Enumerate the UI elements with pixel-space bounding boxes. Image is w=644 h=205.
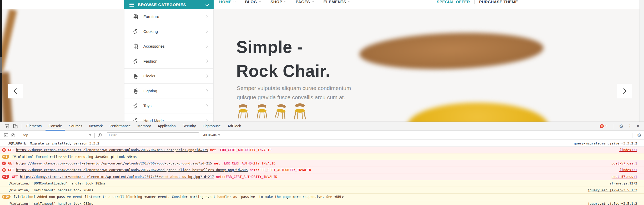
nav-label: SHOP [270,0,282,4]
message-count-badge[interactable]: 2 [2,175,9,179]
category-item-hand-made[interactable]: Hand Made [124,113,213,122]
console-sidebar-icon[interactable] [3,132,9,138]
chair-thumbnail-3[interactable] [274,104,288,119]
console-source-link[interactable]: (index):1 [614,168,644,172]
console-message: [Violation] Forced reflow while executin… [12,155,137,159]
console-url-link[interactable]: https://dummy.xtemos.com/woodmart-elemen… [20,175,214,179]
console-message-text: net::ERR_CERT_AUTHORITY_INVALID [208,148,271,152]
chevron-right-icon [205,45,208,48]
left-scrollbar[interactable] [0,0,2,122]
tab-adblock[interactable]: AdBlock [224,122,244,131]
chair-thumbnail-2[interactable] [255,104,269,119]
console-source-link[interactable]: (index):1 [614,148,644,152]
knife-block-icon [132,102,139,109]
console-message-text: JQMIGRATE: Migrate is installed, version… [8,141,99,145]
knife-block-icon [132,58,139,64]
tab-application[interactable]: Application [154,122,179,131]
category-item-cooking[interactable]: Cooking [124,24,213,39]
chevron-down-icon [284,0,286,2]
error-icon: ✕ [2,168,6,172]
message-count-badge[interactable]: 20 [2,195,11,199]
divider [18,133,18,138]
console-message: GET https://dummy.xtemos.com/woodmart-el… [8,161,275,165]
nav-item-home[interactable]: HOME [219,0,235,4]
header-link-special-offer[interactable]: SPECIAL OFFER [437,0,470,4]
tab-network[interactable]: Network [86,122,106,131]
chair-thumbnails [236,104,307,119]
hero-title-line1: Simple - [236,35,330,59]
nav-label: PAGES [296,0,310,4]
nav-item-pages[interactable]: PAGES [296,0,313,4]
console-url-link[interactable]: https://dummy.xtemos.com/woodmart-elemen… [16,148,208,152]
chair-thumbnail-4[interactable] [293,104,307,119]
inspect-element-icon[interactable] [3,123,11,130]
nav-item-elements[interactable]: ELEMENTS [323,0,349,4]
chevron-down-icon [234,0,236,2]
javascript-context-select[interactable]: top [22,133,93,137]
error-count-badge[interactable]: ✕ 5 [600,124,607,128]
chevron-left-icon [13,88,19,94]
live-expression-eye-icon[interactable] [96,132,103,138]
browse-categories-button[interactable]: BROWSE CATEGORIES [124,0,214,9]
tab-lighthouse[interactable]: Lighthouse [199,122,224,131]
category-label: Fashion [143,59,157,63]
console-url-link[interactable]: https://dummy.xtemos.com/woodmart-elemen… [16,168,248,172]
plant-pot-icon [132,73,139,79]
console-url-link[interactable]: https://dummy.xtemos.com/woodmart-elemen… [16,161,212,165]
console-message: GET https://dummy.xtemos.com/woodmart-el… [8,168,311,172]
category-item-toys[interactable]: Toys [124,98,213,113]
console-source-link[interactable]: post-57.css:1 [606,161,644,165]
left-scrollbar-thumb[interactable] [0,57,2,73]
category-item-clocks[interactable]: Clocks [124,69,213,84]
tab-performance[interactable]: Performance [106,122,134,131]
browse-categories-label: BROWSE CATEGORIES [138,2,186,7]
settings-gear-icon[interactable]: ⚙ [619,123,623,129]
device-toolbar-icon[interactable] [11,123,19,130]
console-source-link[interactable]: iframe.js:1272 [604,181,644,185]
chair-leg-image [2,9,17,72]
tab-memory[interactable]: Memory [134,122,154,131]
log-levels-label: All levels [203,133,217,137]
category-item-accessories[interactable]: Accessories [124,39,213,54]
chevron-down-icon [312,0,314,2]
chair-thumbnail-1[interactable] [236,104,250,119]
plant-pot-icon [132,87,139,94]
message-count-badge[interactable]: 6 [2,155,9,159]
console-message-text: [Violation] 'setTimeout' handler took 20… [8,188,93,192]
site-header: HOMEBLOGSHOPPAGESELEMENTS SPECIAL OFFERP… [2,0,640,9]
category-item-furniture[interactable]: Furniture [124,9,213,24]
category-label: Accessories [143,44,165,48]
header-link-purchase-theme[interactable]: PURCHASE THEME [479,0,518,4]
hero-subtitle-line2: quisque gravida fusce convallis arcu cum… [237,93,351,102]
console-message-text: [Violation] Added non-passive event list… [13,195,344,199]
tab-console[interactable]: Console [45,122,65,131]
chevron-down-icon [259,0,261,2]
hero-subtitle: Semper vulputate aliquam curae condiment… [237,83,351,102]
slider-prev-button[interactable] [8,84,23,98]
category-item-lighting[interactable]: Lighting [124,84,213,99]
kebab-menu-icon[interactable]: ⋮ [628,123,632,129]
knife-block-icon [132,117,139,122]
tab-sources[interactable]: Sources [66,122,86,131]
category-item-fashion[interactable]: Fashion [124,54,213,69]
tab-security[interactable]: Security [179,122,199,131]
page-scrollbar[interactable] [640,0,644,122]
console-source-link[interactable]: post-57.css:1 [606,175,644,179]
hero-title: Simple - Rock Chair. [236,35,330,83]
divider [21,124,21,129]
console-settings-gear-icon[interactable]: ⚙ [637,132,641,138]
console-source-link[interactable]: jquery.min.js?ver=3.5.1:2 [582,188,644,192]
tab-elements[interactable]: Elements [23,122,45,131]
nav-item-blog[interactable]: BLOG [245,0,260,4]
console-message-text: [Violation] 'DOMContentLoaded' handler t… [8,181,105,185]
console-filter-input[interactable] [107,132,199,138]
log-levels-select[interactable]: All levels [203,133,220,137]
chevron-down-icon [348,0,350,2]
close-devtools-icon[interactable]: ✕ [636,124,640,129]
console-source-link[interactable]: jquery-migrate.min.js?ver=3.3.2:2 [567,141,644,145]
console-message-text: GET [12,175,20,179]
console-source-link[interactable]: jquery.min.js?ver=3.5.1:2 [582,202,644,205]
nav-item-shop[interactable]: SHOP [270,0,286,4]
slider-next-button[interactable] [617,84,632,98]
clear-console-icon[interactable] [9,132,16,138]
